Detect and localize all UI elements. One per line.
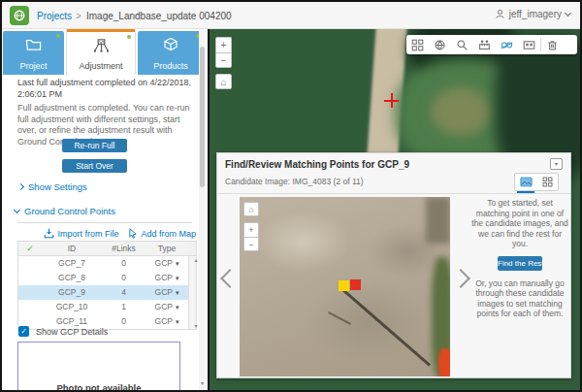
grid-view-toggle[interactable] [536,174,558,190]
table-row-gcp7[interactable]: GCP_7 0 GCP▾ [18,256,196,271]
header-id: ID [42,242,102,255]
esri-logo-icon [10,6,29,25]
pole-shadow [342,289,431,367]
user-name: jeff_imagery [509,9,562,19]
table-row-gcp10[interactable]: GCP_10 1 GCP▾ [18,300,196,314]
thumbnails-grid-icon[interactable] [406,35,429,54]
viewer-zoom-out-button[interactable]: − [243,237,259,251]
tab-project[interactable]: Project [3,31,64,75]
divider [217,193,570,194]
tab-adjustment[interactable]: Adjustment [66,29,136,75]
scrollbar-thumb[interactable] [200,47,205,187]
image-compare-icon[interactable] [518,35,540,54]
chevron-down-icon [565,10,571,16]
cursor-icon [128,228,138,239]
adjustment-status-text: Last full adjustment completed on 4/22/2… [17,78,194,100]
gcp-section-title: Ground Control Points [24,206,115,216]
zoom-in-button[interactable]: + [215,37,232,52]
status-dot [127,35,131,39]
import-from-file-link[interactable]: Import from File [44,228,118,239]
check-icon: ✓ [18,242,42,255]
find-the-rest-button[interactable]: Find the Rest [498,256,542,271]
cube-icon [138,37,204,51]
measure-icon[interactable] [473,35,496,54]
user-menu[interactable]: jeff_imagery [495,9,570,19]
header-links: #Links [102,242,146,255]
show-settings-label: Show Settings [28,181,87,192]
scroll-down-icon[interactable]: ▾ [199,379,206,386]
previous-image-chevron[interactable] [220,269,240,288]
collapse-panel-icon[interactable]: ▾ [550,158,563,170]
delete-icon[interactable] [541,35,564,54]
candidate-image-viewer[interactable]: ⌂ + − [240,197,450,376]
cell-id: GCP_7 [42,256,102,271]
map-view[interactable]: + − ⌂ [208,29,580,390]
instruction-secondary-text: Or, you can manually go through these ca… [471,278,568,319]
single-image-view-toggle[interactable] [515,174,536,190]
show-gcp-details-label: Show GCP Details [36,327,108,337]
cell-id: GCP_9 [42,285,102,300]
tab-adjustment-label: Adjustment [67,61,135,71]
tab-products[interactable]: Products [138,31,204,75]
basemap-icon[interactable] [429,35,451,54]
gcp-marker-red[interactable] [350,279,361,290]
dropdown-arrow-icon: ▾ [176,275,179,281]
show-gcp-details-checkbox[interactable]: ✓ Show GCP Details [18,326,108,337]
gcp-table-header: ✓ ID #Links Type [18,242,196,256]
adjustment-icon [67,38,135,53]
viewer-zoom-in-button[interactable]: + [243,222,259,237]
viewer-home-button[interactable]: ⌂ [243,202,259,216]
type-dropdown[interactable]: GCP▾ [146,285,188,300]
folder-icon [3,37,64,51]
table-row-gcp8[interactable]: GCP_8 0 GCP▾ [18,271,196,285]
matching-point-marker-yellow[interactable] [339,280,349,291]
show-settings-link[interactable]: Show Settings [18,181,87,192]
import-from-file-label: Import from File [57,229,118,239]
cell-links: 0 [102,271,146,285]
add-from-map-label: Add from Map [141,229,196,239]
dropdown-arrow-icon: ▾ [176,260,179,267]
search-icon[interactable] [451,35,473,54]
image-orange-object [438,348,450,376]
next-image-chevron[interactable] [451,269,470,288]
grid-view-icon [542,177,553,187]
status-dot [56,34,60,38]
top-bar: Projects > Image_Landbase_update 004200 … [2,2,580,29]
table-row-gcp9-selected[interactable]: GCP_9 4 GCP▾ [18,285,196,300]
import-icon [44,228,54,239]
type-dropdown[interactable]: GCP▾ [146,271,188,285]
scrollbar-corner [188,242,196,255]
breadcrumb-separator: > [76,11,81,21]
gcp-photo-placeholder: Photo not available [17,342,180,390]
tab-products-label: Products [138,61,204,71]
zoom-out-button[interactable]: − [215,52,232,68]
type-dropdown[interactable]: GCP▾ [146,256,188,271]
instruction-primary-text: To get started, set matching point in on… [471,198,568,249]
app-window: Projects > Image_Landbase_update 004200 … [0,0,582,392]
cell-links: 1 [102,300,146,314]
image-view-icon [520,177,533,187]
home-button[interactable]: ⌂ [215,74,232,89]
cell-links: 4 [102,285,146,300]
rerun-full-button[interactable]: Re-run Full [62,139,127,152]
map-dirt-patch [431,87,491,136]
type-dropdown[interactable]: GCP▾ [146,314,188,329]
table-scrollbar[interactable]: ▴ ▾ [188,256,196,329]
gcp-marker-red-cross[interactable] [384,93,399,108]
cell-id: GCP_8 [42,271,102,285]
start-over-button[interactable]: Start Over [62,159,127,173]
gcp-section-toggle[interactable]: Ground Control Points [15,206,115,216]
checkbox-checked-icon[interactable]: ✓ [18,326,29,337]
dropdown-arrow-icon: ▾ [176,304,179,310]
breadcrumb-projects-link[interactable]: Projects [37,11,72,21]
type-dropdown[interactable]: GCP▾ [146,300,188,314]
cell-links: 0 [102,256,146,271]
add-from-map-link[interactable]: Add from Map [128,228,196,239]
sidebar: Project Adjustment Products Last full ad… [2,29,208,390]
match-points-panel: Find/Review Matching Points for GCP_9 ▾ … [216,152,571,378]
candidate-image-label: Candidate Image: IMG_4083 (2 of 11) [225,177,364,186]
chevron-right-icon [17,183,24,190]
sidebar-scrollbar[interactable]: ▾ [199,29,206,390]
gcp-link-tool-icon[interactable] [496,35,518,54]
chevron-down-icon [14,207,20,213]
